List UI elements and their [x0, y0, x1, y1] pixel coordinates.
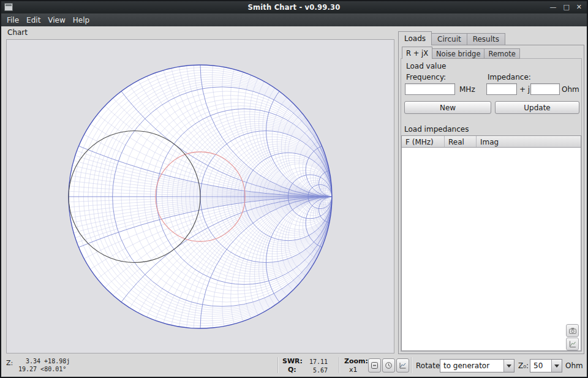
rotate-select[interactable]: to generator [440, 359, 514, 372]
tab-strip: Loads Circuit Results [398, 31, 505, 45]
ohm-status-label: Ohm [565, 361, 583, 370]
subtab-rjx[interactable]: R + jX [402, 47, 432, 59]
rotate-label: Rotate [416, 361, 440, 370]
zoom-value: x1 [349, 366, 358, 374]
menu-bar: File Edit View Help [1, 13, 587, 26]
graph-icon [568, 340, 577, 349]
load-value-title: Load value [406, 62, 446, 70]
z0-dropdown-button[interactable] [551, 360, 562, 372]
col-f-mhz[interactable]: F (MHz) [402, 136, 445, 147]
status-separator [339, 357, 340, 373]
impedance-real-input[interactable] [486, 83, 517, 95]
status-separator [277, 357, 279, 373]
chart-frame [6, 39, 394, 353]
z-label: Z: [6, 359, 13, 367]
tab-loads[interactable]: Loads [398, 31, 432, 45]
menu-file[interactable]: File [3, 13, 23, 26]
swr-value: 17.11 [306, 358, 328, 365]
content-area: Chart Loads Circuit Results R + jX Noise… [1, 26, 587, 355]
rotate-dropdown-button[interactable] [503, 360, 514, 372]
frequency-input[interactable] [405, 83, 455, 95]
status-bar: Z: 3.34 +18.98j 19.27 <80.01° SWR: 17.11… [1, 355, 587, 377]
graph-button[interactable] [566, 338, 579, 350]
menu-view[interactable]: View [44, 13, 69, 26]
z-polar-value: 19.27 <80.01° [18, 366, 66, 372]
z0-label: Z₀: [518, 361, 529, 370]
camera-icon [568, 327, 577, 335]
col-imag[interactable]: Imag [477, 136, 581, 147]
tab-results[interactable]: Results [467, 33, 505, 45]
z-rect-value: 3.34 +18.98j [26, 358, 70, 365]
window-controls: — □ ✕ [549, 1, 582, 13]
swr-label: SWR: [282, 357, 303, 365]
maximize-button[interactable]: □ [563, 1, 569, 13]
tab-circuit[interactable]: Circuit [431, 33, 467, 45]
minimize-button[interactable]: — [549, 1, 556, 13]
subtab-noise-bridge[interactable]: Noise bridge [432, 48, 484, 59]
chart-section-label: Chart [7, 28, 28, 37]
z0-select[interactable]: 50 [530, 359, 562, 372]
zoom-reset-button[interactable] [382, 358, 395, 372]
subtab-strip: R + jX Noise bridge Remote [402, 47, 519, 59]
table-header: F (MHz) Real Imag [402, 136, 581, 148]
title-bar: Smith Chart - v0.99.30 — □ ✕ [1, 1, 587, 13]
zoom-out-button[interactable] [368, 358, 381, 372]
status-separator [411, 357, 412, 373]
q-label: Q: [288, 366, 296, 374]
app-window: Smith Chart - v0.99.30 — □ ✕ File Edit V… [0, 0, 588, 378]
frequency-label: Frequency: [406, 73, 446, 81]
q-value: 5.67 [306, 367, 328, 374]
load-impedances-title: Load impedances [404, 125, 469, 134]
loads-tab-panel: R + jX Noise bridge Remote Load value Fr… [398, 45, 584, 354]
col-real[interactable]: Real [445, 136, 477, 147]
mini-chart-icon [399, 361, 407, 369]
new-button[interactable]: New [404, 101, 491, 114]
subtab-remote[interactable]: Remote [484, 48, 519, 59]
z0-value: 50 [530, 360, 551, 372]
zoom-chart-button[interactable] [396, 358, 409, 372]
window-title: Smith Chart - v0.99.30 [1, 3, 587, 12]
impedance-imag-input[interactable] [530, 83, 560, 95]
close-button[interactable]: ✕ [576, 1, 582, 13]
mhz-label: MHz [459, 85, 475, 94]
zoom-label: Zoom: [344, 357, 368, 365]
plus-j-label: + j [519, 85, 530, 94]
snapshot-button[interactable] [566, 324, 579, 337]
update-button[interactable]: Update [495, 101, 579, 114]
table-body[interactable] [402, 148, 581, 350]
smith-chart [7, 40, 394, 353]
rotate-value: to generator [440, 360, 503, 372]
chevron-down-icon [554, 365, 559, 368]
load-impedances-table: F (MHz) Real Imag [401, 135, 581, 351]
clock-icon [385, 361, 393, 369]
ohm-label: Ohm [562, 85, 579, 94]
chevron-down-icon [507, 365, 511, 368]
menu-edit[interactable]: Edit [23, 13, 44, 26]
zoom-out-icon [371, 361, 379, 369]
impedance-label: Impedance: [488, 73, 531, 81]
menu-help[interactable]: Help [69, 13, 93, 26]
